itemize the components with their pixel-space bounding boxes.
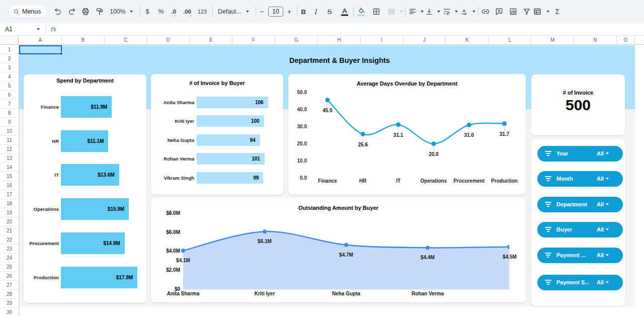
row-header-20[interactable]: 20 [0, 217, 19, 226]
chart-outstanding-by-buyer[interactable]: Outstanding Amount by Buyer $8.0M$6.0M$4… [151, 198, 526, 302]
format-percent-button[interactable]: % [158, 0, 164, 23]
decrease-font-size-button[interactable]: − [260, 0, 264, 23]
row-header-30[interactable]: 30 [0, 308, 19, 316]
filter-value-dropdown[interactable]: All [597, 248, 609, 263]
filter-value-dropdown[interactable]: All [597, 275, 609, 290]
font-size-input[interactable]: 10 [268, 7, 283, 17]
filter-pill-month[interactable]: MonthAll [537, 171, 623, 187]
row-header-1[interactable]: 1 [0, 45, 19, 54]
filter-pill-payment[interactable]: Payment ...All [537, 248, 623, 263]
more-formats-button[interactable]: 123 [198, 0, 207, 23]
font-select[interactable]: Defaul... [218, 0, 242, 23]
column-header-H[interactable]: H [318, 36, 361, 44]
data-label: $6.1M [258, 239, 272, 244]
row-header-8[interactable]: 8 [0, 109, 19, 118]
text-color-button[interactable]: A [341, 8, 348, 16]
row-header-24[interactable]: 24 [0, 254, 19, 263]
row-header-3[interactable]: 3 [0, 63, 19, 72]
row-header-16[interactable]: 16 [0, 181, 19, 190]
column-header-J[interactable]: J [404, 36, 446, 44]
chart-avg-days-overdue[interactable]: Average Days Overdue by Department 50.04… [288, 74, 526, 195]
increase-font-size-button[interactable]: + [287, 0, 291, 23]
merge-cells-button[interactable] [387, 8, 396, 16]
menus-button[interactable]: Menus [9, 6, 47, 18]
row-header-7[interactable]: 7 [0, 100, 19, 109]
column-header-M[interactable]: M [531, 36, 574, 44]
column-header-F[interactable]: F [232, 36, 275, 44]
row-header-23[interactable]: 23 [0, 245, 19, 254]
borders-button[interactable] [372, 8, 381, 16]
row-header-4[interactable]: 4 [0, 72, 19, 82]
name-box[interactable]: A1 [5, 23, 13, 35]
column-header-O[interactable]: O [617, 36, 635, 44]
bold-button[interactable]: B [301, 0, 306, 23]
column-header-L[interactable]: L [489, 36, 531, 44]
text-rotation-button[interactable]: A [460, 8, 469, 16]
undo-button[interactable] [53, 7, 62, 16]
fill-handle[interactable] [59, 52, 63, 55]
filter-value-dropdown[interactable]: All [597, 222, 609, 238]
select-all-corner[interactable] [0, 36, 19, 45]
column-header-D[interactable]: D [147, 36, 190, 44]
filter-pill-department[interactable]: DepartmentAll [537, 197, 623, 212]
scorecard-invoice-count[interactable]: # of Invoice 500 [531, 74, 625, 135]
row-header-9[interactable]: 9 [0, 118, 19, 127]
paint-format-button[interactable] [95, 7, 104, 16]
increase-decimal-button[interactable]: .00 [183, 0, 191, 23]
row-header-12[interactable]: 12 [0, 145, 19, 154]
row-header-17[interactable]: 17 [0, 190, 19, 199]
row-header-27[interactable]: 27 [0, 281, 19, 290]
filter-views-button[interactable] [533, 7, 542, 16]
chart-spend-by-department[interactable]: Spend by Department Finance$11.9MHR$11.1… [24, 74, 146, 303]
filter-value-dropdown[interactable]: All [597, 171, 609, 187]
column-header-G[interactable]: G [275, 36, 318, 44]
insert-chart-button[interactable] [509, 7, 518, 16]
row-header-28[interactable]: 28 [0, 290, 19, 299]
row-header-22[interactable]: 22 [0, 235, 19, 245]
format-currency-button[interactable]: $ [146, 0, 149, 23]
row-header-6[interactable]: 6 [0, 91, 19, 100]
filter-pill-year[interactable]: YearAll [537, 146, 623, 162]
zoom-select[interactable]: 100% [110, 0, 126, 23]
row-header-14[interactable]: 14 [0, 163, 19, 172]
print-button[interactable] [81, 7, 90, 16]
filter-icon [544, 202, 551, 207]
row-header-5[interactable]: 5 [0, 82, 19, 91]
row-header-29[interactable]: 29 [0, 299, 19, 308]
vertical-align-button[interactable] [425, 8, 434, 16]
fill-color-button[interactable] [357, 7, 365, 16]
row-header-15[interactable]: 15 [0, 172, 19, 181]
column-header-N[interactable]: N [574, 36, 617, 44]
row-header-21[interactable]: 21 [0, 226, 19, 235]
column-header-A[interactable]: A [19, 36, 62, 44]
row-header-19[interactable]: 19 [0, 208, 19, 217]
horizontal-align-button[interactable] [409, 8, 417, 16]
column-header-C[interactable]: C [105, 36, 147, 44]
column-header-I[interactable]: I [361, 36, 404, 44]
row-header-26[interactable]: 26 [0, 272, 19, 281]
spend-bar-row: IT$13.6M [24, 164, 146, 186]
column-header-K[interactable]: K [446, 36, 489, 44]
text-wrap-button[interactable] [443, 8, 451, 16]
row-header-10[interactable]: 10 [0, 127, 19, 136]
filter-pill-payments[interactable]: Payment S...All [537, 275, 623, 290]
decrease-decimal-button[interactable]: .0 [171, 0, 176, 23]
create-filter-button[interactable] [522, 7, 531, 16]
row-header-25[interactable]: 25 [0, 263, 19, 272]
italic-button[interactable]: I [314, 0, 316, 23]
column-header-E[interactable]: E [190, 36, 232, 44]
filter-value-dropdown[interactable]: All [597, 146, 609, 162]
filter-value-dropdown[interactable]: All [597, 197, 609, 212]
row-header-13[interactable]: 13 [0, 154, 19, 163]
filter-pill-buyer[interactable]: BuyerAll [537, 222, 623, 238]
row-header-2[interactable]: 2 [0, 54, 19, 63]
chart-invoice-by-buyer[interactable]: # of Invoice by Buyer Anita Sharma106Kri… [151, 74, 283, 195]
row-header-11[interactable]: 11 [0, 136, 19, 145]
column-header-B[interactable]: B [62, 36, 105, 44]
functions-button[interactable]: Σ [555, 0, 560, 23]
insert-link-button[interactable] [481, 7, 490, 16]
redo-button[interactable] [67, 7, 76, 16]
insert-comment-button[interactable] [495, 7, 504, 16]
strikethrough-button[interactable]: S [328, 0, 332, 23]
row-header-18[interactable]: 18 [0, 199, 19, 208]
